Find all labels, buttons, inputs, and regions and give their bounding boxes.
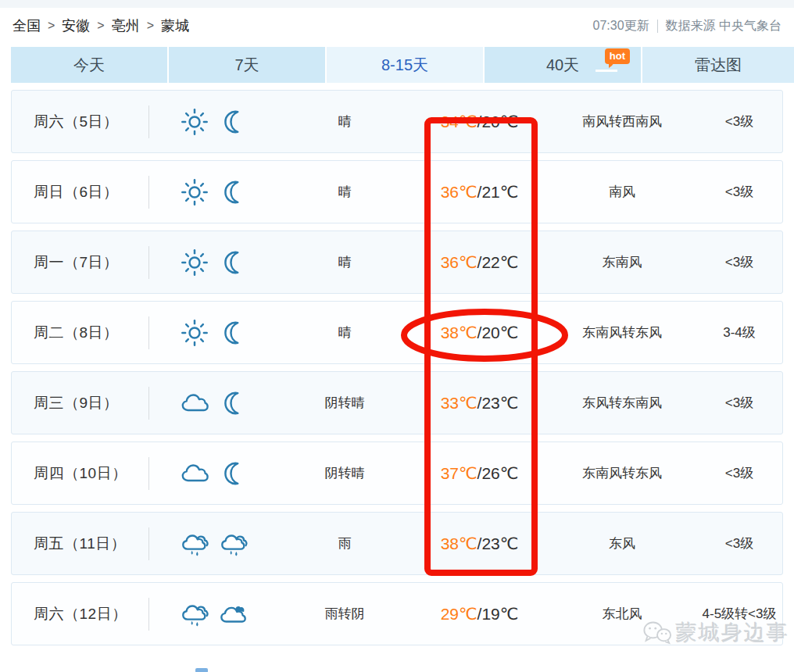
low-temp: 20℃ xyxy=(481,323,518,341)
rain-icon xyxy=(219,529,249,559)
moon-icon xyxy=(219,177,249,207)
weather-icons xyxy=(149,459,278,488)
hot-badge: hot xyxy=(605,48,630,64)
forecast-tabs: 今天 7天 8-15天 40天 hot 雷达图 xyxy=(11,47,794,83)
day-label: 周六（12日） xyxy=(12,604,148,624)
breadcrumb-separator: > xyxy=(48,19,55,33)
temperature: 29℃/19℃ xyxy=(411,605,548,624)
breadcrumb-item-country[interactable]: 全国 xyxy=(13,16,41,35)
weather-forecast-page: 全国 > 安徽 > 亳州 > 蒙城 07:30更新 数据来源 中央气象台 今天 … xyxy=(0,0,794,672)
high-temp: 37℃ xyxy=(441,464,477,482)
forecast-row: 周三（9日） 阴转晴 33℃/23℃ 东风转东南风 <3级 xyxy=(11,371,783,434)
low-temp: 19℃ xyxy=(481,605,518,623)
high-temp: 38℃ xyxy=(441,323,477,341)
forecast-row-list: 周六（5日） 晴 34℃/20℃ 南风转西南风 <3级 周日（6日） 晴 xyxy=(0,90,794,645)
day-label: 周三（9日） xyxy=(12,393,148,413)
forecast-row: 周二（8日） 晴 38℃/20℃ 东南风转东风 3-4级 xyxy=(11,301,783,364)
temperature: 36℃/22℃ xyxy=(411,253,548,272)
weather-icons xyxy=(149,599,278,629)
breadcrumb-separator: > xyxy=(147,19,154,33)
moon-icon xyxy=(219,248,249,277)
wind-direction: 东风转东南风 xyxy=(548,394,696,412)
breadcrumb-item-county[interactable]: 蒙城 xyxy=(161,16,189,35)
temperature: 36℃/21℃ xyxy=(411,183,548,202)
sun-icon xyxy=(180,177,209,207)
tab-today[interactable]: 今天 xyxy=(11,47,167,83)
hot-badge-underline xyxy=(596,70,617,72)
top-strip xyxy=(0,0,794,8)
moon-icon xyxy=(219,318,249,348)
forecast-row: 周六（5日） 晴 34℃/20℃ 南风转西南风 <3级 xyxy=(11,90,783,153)
temperature: 38℃/20℃ xyxy=(411,323,548,342)
wind-direction: 东风 xyxy=(548,534,696,552)
update-time: 07:30更新 xyxy=(593,18,649,34)
weather-icons xyxy=(149,248,278,277)
day-label: 周六（5日） xyxy=(12,112,148,132)
moon-icon xyxy=(219,459,249,488)
day-label: 周五（11日） xyxy=(12,534,148,554)
tab-40day-label: 40天 xyxy=(546,56,579,73)
high-temp: 33℃ xyxy=(441,394,477,412)
sun-icon xyxy=(180,248,209,277)
high-temp: 36℃ xyxy=(441,253,477,271)
meta-divider xyxy=(657,20,658,33)
wind-direction: 东南风转东风 xyxy=(548,464,696,482)
wind-direction: 东南风 xyxy=(548,253,696,271)
rain-icon xyxy=(180,529,209,559)
low-temp: 22℃ xyxy=(481,253,518,271)
data-source: 数据来源 中央气象台 xyxy=(666,18,781,34)
cloud-icon xyxy=(180,388,209,418)
low-temp: 20℃ xyxy=(481,113,518,130)
high-temp: 36℃ xyxy=(441,183,477,201)
weather-text: 晴 xyxy=(278,253,411,271)
weather-text: 晴 xyxy=(278,323,411,341)
day-label: 周一（7日） xyxy=(12,252,148,273)
low-temp: 26℃ xyxy=(481,464,518,482)
forecast-row: 周四（10日） 阴转晴 37℃/26℃ 东南风转东风 <3级 xyxy=(11,441,783,505)
wind-level: <3级 xyxy=(696,253,782,271)
low-temp: 23℃ xyxy=(481,394,518,412)
watermark: 蒙城身边事 xyxy=(642,619,789,647)
wind-level: <3级 xyxy=(696,534,782,552)
temperature: 34℃/20℃ xyxy=(411,113,548,131)
day-label: 周日（6日） xyxy=(12,182,148,202)
breadcrumb: 全国 > 安徽 > 亳州 > 蒙城 xyxy=(13,16,189,35)
wind-direction: 南风转西南风 xyxy=(548,113,696,130)
sun-icon xyxy=(180,107,209,137)
update-meta: 07:30更新 数据来源 中央气象台 xyxy=(593,18,782,34)
tab-40day[interactable]: 40天 hot xyxy=(485,47,641,83)
wind-direction: 东南风转东风 xyxy=(548,323,696,341)
wind-level: <3级 xyxy=(696,394,782,412)
bottom-dash xyxy=(195,668,208,672)
tab-7day[interactable]: 7天 xyxy=(169,47,325,83)
forecast-row: 周五（11日） 雨 38℃/23℃ 东风 <3级 xyxy=(11,512,783,575)
weather-text: 阴转晴 xyxy=(278,394,411,412)
wind-level: <3级 xyxy=(696,183,782,201)
temperature: 33℃/23℃ xyxy=(411,394,548,413)
weather-text: 雨转阴 xyxy=(278,605,411,623)
wechat-logo-icon xyxy=(642,619,673,647)
forecast-row: 周一（7日） 晴 36℃/22℃ 东南风 <3级 xyxy=(11,231,783,294)
weather-text: 阴转晴 xyxy=(278,464,411,482)
wind-level: <3级 xyxy=(696,113,782,130)
weather-text: 雨 xyxy=(278,534,411,552)
breadcrumb-separator: > xyxy=(97,19,104,33)
breadcrumb-item-province[interactable]: 安徽 xyxy=(62,16,90,35)
high-temp: 34℃ xyxy=(441,113,477,130)
sun-icon xyxy=(180,318,209,348)
weather-text: 晴 xyxy=(278,113,411,130)
wind-level: <3级 xyxy=(696,464,782,482)
tab-8-15day[interactable]: 8-15天 xyxy=(327,47,483,83)
moon-icon xyxy=(219,107,249,137)
temperature: 38℃/23℃ xyxy=(411,534,548,553)
weather-icons xyxy=(149,177,278,207)
breadcrumb-item-city[interactable]: 亳州 xyxy=(112,16,140,35)
topbar: 全国 > 安徽 > 亳州 > 蒙城 07:30更新 数据来源 中央气象台 xyxy=(0,8,794,41)
day-label: 周二（8日） xyxy=(12,323,148,343)
tab-radar[interactable]: 雷达图 xyxy=(642,47,794,83)
low-temp: 21℃ xyxy=(481,183,518,201)
high-temp: 38℃ xyxy=(441,534,477,552)
rain-icon xyxy=(180,599,209,629)
forecast-row: 周日（6日） 晴 36℃/21℃ 南风 <3级 xyxy=(11,160,783,223)
moon-icon xyxy=(219,388,249,418)
